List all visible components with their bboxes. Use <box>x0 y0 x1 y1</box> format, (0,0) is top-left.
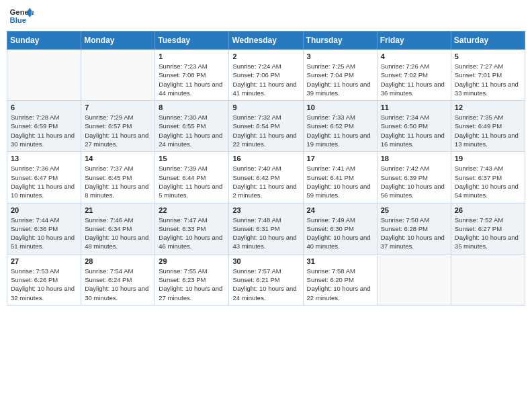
calendar-cell <box>81 50 155 101</box>
calendar-week-row: 13Sunrise: 7:36 AM Sunset: 6:47 PM Dayli… <box>7 152 525 203</box>
day-info: Sunrise: 7:37 AM Sunset: 6:45 PM Dayligh… <box>85 164 151 199</box>
calendar-cell: 14Sunrise: 7:37 AM Sunset: 6:45 PM Dayli… <box>81 152 155 203</box>
day-info: Sunrise: 7:25 AM Sunset: 7:04 PM Dayligh… <box>307 62 373 97</box>
day-info: Sunrise: 7:32 AM Sunset: 6:54 PM Dayligh… <box>232 113 299 148</box>
day-number: 25 <box>381 206 447 214</box>
day-info: Sunrise: 7:41 AM Sunset: 6:41 PM Dayligh… <box>307 164 373 199</box>
calendar-cell: 31Sunrise: 7:58 AM Sunset: 6:20 PM Dayli… <box>303 254 377 305</box>
day-info: Sunrise: 7:47 AM Sunset: 6:33 PM Dayligh… <box>159 216 225 251</box>
day-info: Sunrise: 7:44 AM Sunset: 6:36 PM Dayligh… <box>11 216 77 251</box>
calendar-table: SundayMondayTuesdayWednesdayThursdayFrid… <box>7 31 525 306</box>
day-info: Sunrise: 7:28 AM Sunset: 6:59 PM Dayligh… <box>11 113 77 148</box>
calendar-cell: 4Sunrise: 7:26 AM Sunset: 7:02 PM Daylig… <box>377 50 451 101</box>
page-header: General Blue <box>7 7 525 26</box>
day-info: Sunrise: 7:30 AM Sunset: 6:55 PM Dayligh… <box>159 113 225 148</box>
day-number: 7 <box>85 103 151 111</box>
day-number: 17 <box>307 154 373 163</box>
day-number: 22 <box>159 206 225 214</box>
day-header-monday: Monday <box>81 32 155 50</box>
calendar-cell: 8Sunrise: 7:30 AM Sunset: 6:55 PM Daylig… <box>155 101 229 152</box>
day-number: 4 <box>381 52 447 60</box>
calendar-cell: 18Sunrise: 7:42 AM Sunset: 6:39 PM Dayli… <box>377 152 451 203</box>
calendar-cell: 23Sunrise: 7:48 AM Sunset: 6:31 PM Dayli… <box>229 203 303 254</box>
day-info: Sunrise: 7:34 AM Sunset: 6:50 PM Dayligh… <box>381 113 447 148</box>
calendar-cell: 6Sunrise: 7:28 AM Sunset: 6:59 PM Daylig… <box>7 101 81 152</box>
day-info: Sunrise: 7:42 AM Sunset: 6:39 PM Dayligh… <box>381 164 447 199</box>
day-number: 14 <box>85 154 151 163</box>
day-number: 19 <box>455 154 521 163</box>
day-info: Sunrise: 7:53 AM Sunset: 6:26 PM Dayligh… <box>11 267 77 302</box>
day-info: Sunrise: 7:58 AM Sunset: 6:20 PM Dayligh… <box>307 267 373 302</box>
day-header-sunday: Sunday <box>7 32 81 50</box>
calendar-cell: 25Sunrise: 7:50 AM Sunset: 6:28 PM Dayli… <box>377 203 451 254</box>
calendar-week-row: 1Sunrise: 7:23 AM Sunset: 7:08 PM Daylig… <box>7 50 525 101</box>
calendar-cell: 10Sunrise: 7:33 AM Sunset: 6:52 PM Dayli… <box>303 101 377 152</box>
calendar-cell: 20Sunrise: 7:44 AM Sunset: 6:36 PM Dayli… <box>7 203 81 254</box>
day-number: 3 <box>307 52 373 60</box>
day-number: 11 <box>381 103 447 111</box>
day-info: Sunrise: 7:36 AM Sunset: 6:47 PM Dayligh… <box>11 164 77 199</box>
day-info: Sunrise: 7:54 AM Sunset: 6:24 PM Dayligh… <box>85 267 151 302</box>
day-number: 31 <box>307 257 373 265</box>
calendar-week-row: 27Sunrise: 7:53 AM Sunset: 6:26 PM Dayli… <box>7 254 525 305</box>
day-number: 21 <box>85 206 151 214</box>
day-info: Sunrise: 7:50 AM Sunset: 6:28 PM Dayligh… <box>381 216 447 251</box>
calendar-cell: 30Sunrise: 7:57 AM Sunset: 6:21 PM Dayli… <box>229 254 303 305</box>
svg-text:Blue: Blue <box>10 16 27 24</box>
calendar-cell: 26Sunrise: 7:52 AM Sunset: 6:27 PM Dayli… <box>451 203 525 254</box>
calendar-cell: 22Sunrise: 7:47 AM Sunset: 6:33 PM Dayli… <box>155 203 229 254</box>
day-number: 20 <box>11 206 77 214</box>
calendar-cell: 1Sunrise: 7:23 AM Sunset: 7:08 PM Daylig… <box>155 50 229 101</box>
calendar-cell: 3Sunrise: 7:25 AM Sunset: 7:04 PM Daylig… <box>303 50 377 101</box>
day-info: Sunrise: 7:33 AM Sunset: 6:52 PM Dayligh… <box>307 113 373 148</box>
day-info: Sunrise: 7:40 AM Sunset: 6:42 PM Dayligh… <box>232 164 299 199</box>
day-info: Sunrise: 7:48 AM Sunset: 6:31 PM Dayligh… <box>232 216 299 251</box>
calendar-cell: 24Sunrise: 7:49 AM Sunset: 6:30 PM Dayli… <box>303 203 377 254</box>
day-number: 23 <box>232 206 299 214</box>
day-header-saturday: Saturday <box>451 32 525 50</box>
day-info: Sunrise: 7:26 AM Sunset: 7:02 PM Dayligh… <box>381 62 447 97</box>
day-number: 13 <box>11 154 77 163</box>
day-info: Sunrise: 7:52 AM Sunset: 6:27 PM Dayligh… <box>455 216 521 251</box>
calendar-cell: 15Sunrise: 7:39 AM Sunset: 6:44 PM Dayli… <box>155 152 229 203</box>
day-number: 24 <box>307 206 373 214</box>
calendar-week-row: 6Sunrise: 7:28 AM Sunset: 6:59 PM Daylig… <box>7 101 525 152</box>
calendar-cell: 11Sunrise: 7:34 AM Sunset: 6:50 PM Dayli… <box>377 101 451 152</box>
day-number: 1 <box>159 52 225 60</box>
day-info: Sunrise: 7:39 AM Sunset: 6:44 PM Dayligh… <box>159 164 225 199</box>
calendar-cell: 2Sunrise: 7:24 AM Sunset: 7:06 PM Daylig… <box>229 50 303 101</box>
day-number: 27 <box>11 257 77 265</box>
day-number: 5 <box>455 52 521 60</box>
calendar-cell: 19Sunrise: 7:43 AM Sunset: 6:37 PM Dayli… <box>451 152 525 203</box>
calendar-cell <box>451 254 525 305</box>
day-number: 29 <box>159 257 225 265</box>
day-number: 28 <box>85 257 151 265</box>
day-info: Sunrise: 7:49 AM Sunset: 6:30 PM Dayligh… <box>307 216 373 251</box>
calendar-cell: 21Sunrise: 7:46 AM Sunset: 6:34 PM Dayli… <box>81 203 155 254</box>
calendar-week-row: 20Sunrise: 7:44 AM Sunset: 6:36 PM Dayli… <box>7 203 525 254</box>
day-number: 9 <box>232 103 299 111</box>
logo-icon: General Blue <box>9 7 34 26</box>
calendar-cell: 17Sunrise: 7:41 AM Sunset: 6:41 PM Dayli… <box>303 152 377 203</box>
day-number: 15 <box>159 154 225 163</box>
day-header-tuesday: Tuesday <box>155 32 229 50</box>
day-info: Sunrise: 7:35 AM Sunset: 6:49 PM Dayligh… <box>455 113 521 148</box>
day-info: Sunrise: 7:23 AM Sunset: 7:08 PM Dayligh… <box>159 62 225 97</box>
day-number: 12 <box>455 103 521 111</box>
day-info: Sunrise: 7:57 AM Sunset: 6:21 PM Dayligh… <box>232 267 299 302</box>
day-info: Sunrise: 7:55 AM Sunset: 6:23 PM Dayligh… <box>159 267 225 302</box>
day-header-thursday: Thursday <box>303 32 377 50</box>
day-info: Sunrise: 7:24 AM Sunset: 7:06 PM Dayligh… <box>232 62 299 97</box>
calendar-cell: 7Sunrise: 7:29 AM Sunset: 6:57 PM Daylig… <box>81 101 155 152</box>
day-header-friday: Friday <box>377 32 451 50</box>
day-info: Sunrise: 7:27 AM Sunset: 7:01 PM Dayligh… <box>455 62 521 97</box>
calendar-cell: 9Sunrise: 7:32 AM Sunset: 6:54 PM Daylig… <box>229 101 303 152</box>
day-info: Sunrise: 7:43 AM Sunset: 6:37 PM Dayligh… <box>455 164 521 199</box>
day-number: 2 <box>232 52 299 60</box>
calendar-cell <box>377 254 451 305</box>
calendar-cell: 12Sunrise: 7:35 AM Sunset: 6:49 PM Dayli… <box>451 101 525 152</box>
calendar-cell: 13Sunrise: 7:36 AM Sunset: 6:47 PM Dayli… <box>7 152 81 203</box>
logo: General Blue <box>9 7 34 26</box>
day-number: 16 <box>232 154 299 163</box>
calendar-cell: 27Sunrise: 7:53 AM Sunset: 6:26 PM Dayli… <box>7 254 81 305</box>
